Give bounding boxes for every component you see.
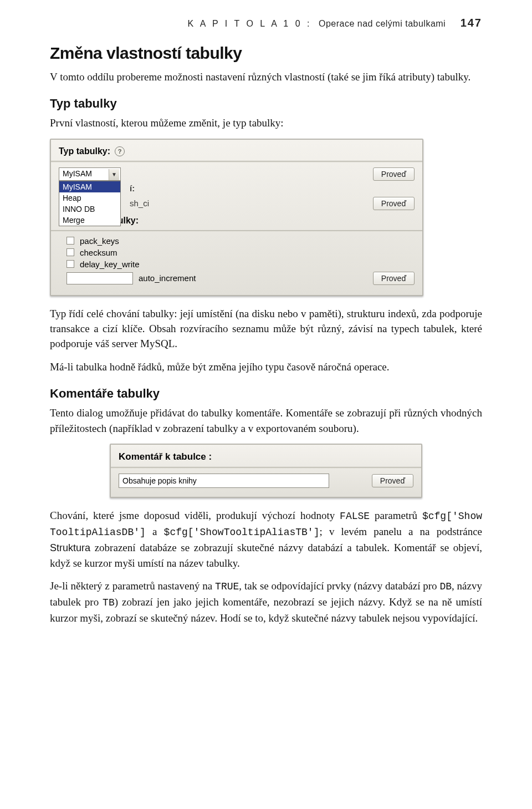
- collation-label-partial: í:: [130, 184, 135, 193]
- option-merge[interactable]: Merge: [59, 215, 120, 226]
- code-true: TRUE: [215, 581, 239, 592]
- table-type-select-wrap: MyISAM ▼ MyISAM Heap INNO DB Merge: [59, 167, 121, 181]
- option-heap[interactable]: Heap: [59, 192, 120, 203]
- chevron-down-icon[interactable]: ▼: [109, 169, 119, 180]
- code-tb: TB: [103, 597, 115, 608]
- chov1-d: ; v levém panelu a na podstránce: [319, 526, 482, 537]
- label-pack-keys: pack_keys: [80, 236, 119, 246]
- panel-divider-2: [51, 230, 422, 232]
- komentare-lead-paragraph: Tento dialog umožňuje přidávat do tabulk…: [50, 405, 482, 436]
- typ-lead-paragraph: První vlastností, kterou můžeme změnit, …: [50, 115, 482, 130]
- chovani-paragraph-2: Je-li některý z parametrů nastavený na T…: [50, 578, 482, 625]
- chov1-b: parametrů: [370, 510, 422, 521]
- proved-button-1[interactable]: Proveď: [373, 167, 415, 181]
- running-head: K A P I T O L A 1 0 : Operace nad celými…: [50, 17, 482, 29]
- checkbox-checksum[interactable]: [66, 248, 74, 256]
- auto-increment-input[interactable]: [66, 272, 133, 284]
- panel-title-typ: Typ tabulky:: [59, 146, 110, 156]
- label-delay-key-write: delay_key_write: [80, 260, 140, 269]
- collation-value-partial: sh_ci: [130, 199, 149, 208]
- option-innodb[interactable]: INNO DB: [59, 203, 120, 215]
- proved-button-3[interactable]: Proveď: [373, 272, 415, 285]
- chov2-b: , tak se odpovídající prvky (názvy datab…: [239, 580, 439, 592]
- table-comment-input[interactable]: [119, 474, 329, 488]
- label-checksum: checksum: [80, 248, 117, 257]
- panel-title-komentar: Komentář k tabulce :: [119, 451, 212, 462]
- label-auto-increment: auto_increment: [139, 273, 196, 283]
- code-false: FALSE: [340, 511, 370, 522]
- heading-komentare: Komentáře tabulky: [50, 386, 482, 401]
- proved-button-2[interactable]: Proveď: [373, 197, 415, 210]
- checkbox-delay-key-write[interactable]: [66, 260, 74, 268]
- option-myisam[interactable]: MyISAM: [59, 181, 120, 192]
- checkbox-pack-keys[interactable]: [66, 237, 74, 245]
- chov2-a: Je-li některý z parametrů nastavený na: [50, 580, 215, 592]
- chov2-d: ) zobrazí jen jako jejich komentáře, nez…: [50, 596, 482, 624]
- chov1-e: zobrazení databáze se zobrazují skutečné…: [50, 542, 482, 569]
- table-type-dropdown-list[interactable]: MyISAM Heap INNO DB Merge: [59, 181, 121, 226]
- intro-paragraph: V tomto oddílu probereme možnosti nastav…: [50, 69, 482, 84]
- table-type-panel: Typ tabulky: ? MyISAM ▼ MyISAM Heap INNO…: [50, 139, 423, 296]
- typ-after-paragraph-1: Typ řídí celé chování tabulky: její umís…: [50, 306, 482, 352]
- table-type-select-value: MyISAM: [63, 169, 92, 178]
- page-number: 147: [461, 17, 482, 29]
- table-type-select[interactable]: MyISAM ▼: [59, 167, 121, 181]
- chov1-a: Chování, které jsme doposud viděli, prod…: [50, 510, 340, 521]
- proved-button-4[interactable]: Proveď: [372, 474, 413, 487]
- chov1-c: a: [146, 526, 164, 537]
- chapter-title: Operace nad celými tabulkami: [319, 19, 446, 28]
- code-db: DB: [439, 581, 452, 592]
- table-comment-panel: Komentář k tabulce : Proveď: [110, 444, 422, 498]
- typ-after-paragraph-2: Má-li tabulka hodně řádků, může být změn…: [50, 359, 482, 374]
- panel-divider-3: [111, 467, 421, 469]
- heading-1: Změna vlastností tabulky: [50, 44, 482, 63]
- code-cfg-tb: $cfg['ShowTooltipAliasTB']: [164, 527, 320, 538]
- panel-divider: [51, 161, 422, 162]
- chapter-prefix: K A P I T O L A 1 0 :: [188, 19, 312, 28]
- heading-typ-tabulky: Typ tabulky: [50, 96, 482, 111]
- help-icon[interactable]: ?: [115, 146, 125, 156]
- chovani-paragraph-1: Chování, které jsme doposud viděli, prod…: [50, 508, 482, 571]
- ui-label-struktura: Struktura: [50, 542, 90, 553]
